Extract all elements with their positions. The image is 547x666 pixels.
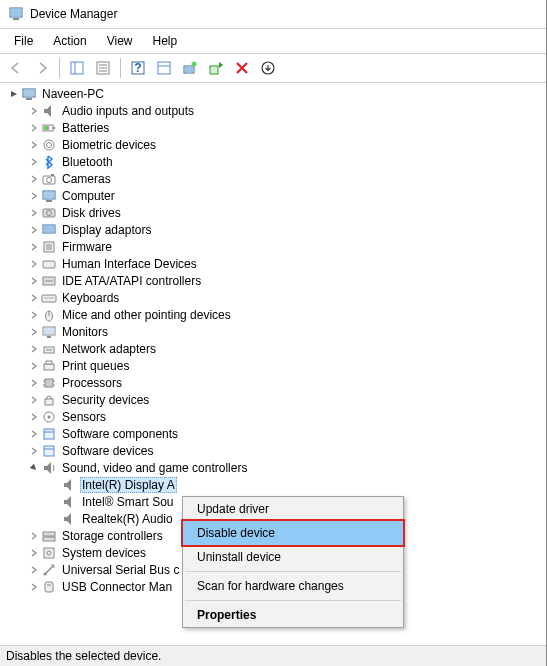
tree-category[interactable]: Software components (0, 425, 546, 442)
tree-category-label: Human Interface Devices (60, 256, 199, 272)
tree-category-sound[interactable]: Sound, video and game controllers (0, 459, 546, 476)
tree-root[interactable]: Naveen-PC (0, 85, 546, 102)
expand-arrow-icon[interactable] (28, 377, 40, 389)
ctx-update-driver[interactable]: Update driver (183, 497, 403, 521)
expand-arrow-icon[interactable] (28, 207, 40, 219)
update-driver-button[interactable] (204, 56, 228, 80)
expand-arrow-icon[interactable] (28, 156, 40, 168)
collapse-arrow-icon[interactable] (28, 462, 40, 474)
expand-arrow-icon[interactable] (28, 411, 40, 423)
tree-device-selected[interactable]: Intel(R) Display A (0, 476, 546, 493)
expand-arrow-icon[interactable] (28, 224, 40, 236)
show-hide-tree-button[interactable] (65, 56, 89, 80)
expand-arrow-icon[interactable] (28, 122, 40, 134)
tree-category[interactable]: Biometric devices (0, 136, 546, 153)
tree-category-label: Display adaptors (60, 222, 153, 238)
expand-arrow-icon[interactable] (28, 190, 40, 202)
sound-icon (41, 460, 57, 476)
uninstall-button[interactable] (256, 56, 280, 80)
menu-file[interactable]: File (4, 31, 43, 51)
computer-icon (21, 86, 37, 102)
expand-arrow-icon[interactable] (28, 309, 40, 321)
ctx-properties[interactable]: Properties (183, 603, 403, 627)
back-button[interactable] (4, 56, 28, 80)
svg-rect-1 (11, 9, 21, 16)
tree-category[interactable]: Keyboards (0, 289, 546, 306)
svg-rect-65 (43, 537, 55, 541)
tree-category[interactable]: Security devices (0, 391, 546, 408)
expand-arrow-icon[interactable] (28, 241, 40, 253)
tree-category[interactable]: Print queues (0, 357, 546, 374)
tree-category-label: System devices (60, 545, 148, 561)
expand-arrow-icon[interactable] (28, 394, 40, 406)
tree-category[interactable]: Processors (0, 374, 546, 391)
expand-arrow-icon[interactable] (28, 258, 40, 270)
expand-arrow-icon[interactable] (28, 173, 40, 185)
tree-category[interactable]: Network adapters (0, 340, 546, 357)
disk-icon (41, 205, 57, 221)
menu-action[interactable]: Action (43, 31, 96, 51)
tree-category[interactable]: Computer (0, 187, 546, 204)
svg-rect-35 (44, 226, 54, 232)
usbconn-icon (41, 579, 57, 595)
action-button[interactable] (152, 56, 176, 80)
expand-arrow-icon[interactable] (28, 360, 40, 372)
expand-arrow-icon[interactable] (28, 445, 40, 457)
tree-category[interactable]: Bluetooth (0, 153, 546, 170)
tree-category-label: Cameras (60, 171, 113, 187)
expand-arrow-icon[interactable] (28, 275, 40, 287)
device-tree[interactable]: Naveen-PC Audio inputs and outputsBatter… (0, 83, 546, 645)
expand-arrow-icon[interactable] (28, 547, 40, 559)
tree-category[interactable]: Monitors (0, 323, 546, 340)
expand-arrow-icon[interactable] (28, 292, 40, 304)
expand-arrow-icon[interactable] (28, 530, 40, 542)
tree-category[interactable]: IDE ATA/ATAPI controllers (0, 272, 546, 289)
expand-arrow-icon[interactable] (28, 428, 40, 440)
context-menu: Update driver Disable device Uninstall d… (182, 496, 404, 628)
properties-button[interactable] (91, 56, 115, 80)
svg-line-69 (45, 566, 53, 574)
tree-category-label: Keyboards (60, 290, 121, 306)
expand-arrow-icon[interactable] (8, 88, 20, 100)
menubar: File Action View Help (0, 29, 546, 54)
tree-category[interactable]: Batteries (0, 119, 546, 136)
tree-category[interactable]: Disk drives (0, 204, 546, 221)
svg-rect-3 (71, 62, 83, 74)
expand-arrow-icon[interactable] (28, 343, 40, 355)
tree-category[interactable]: Sensors (0, 408, 546, 425)
svg-rect-66 (44, 548, 54, 558)
tree-category[interactable]: Display adaptors (0, 221, 546, 238)
disable-button[interactable] (230, 56, 254, 80)
expand-arrow-icon[interactable] (28, 581, 40, 593)
expand-arrow-icon[interactable] (28, 326, 40, 338)
tree-category[interactable]: Firmware (0, 238, 546, 255)
scan-button[interactable] (178, 56, 202, 80)
help-button[interactable]: ? (126, 56, 150, 80)
svg-text:?: ? (134, 61, 141, 75)
tree-category-label: Sensors (60, 409, 108, 425)
tree-category-label: Mice and other pointing devices (60, 307, 233, 323)
tree-category[interactable]: Software devices (0, 442, 546, 459)
menu-help[interactable]: Help (143, 31, 188, 51)
arrow-right-icon (34, 60, 50, 76)
ctx-uninstall-device[interactable]: Uninstall device (183, 545, 403, 569)
tree-category[interactable]: Mice and other pointing devices (0, 306, 546, 323)
security-icon (41, 392, 57, 408)
expand-arrow-icon[interactable] (28, 105, 40, 117)
tree-category-label: Audio inputs and outputs (60, 103, 196, 119)
tree-category[interactable]: Audio inputs and outputs (0, 102, 546, 119)
tree-category-label: Network adapters (60, 341, 158, 357)
expand-arrow-icon[interactable] (28, 564, 40, 576)
tree-category[interactable]: Cameras (0, 170, 546, 187)
svg-rect-57 (45, 399, 53, 405)
menu-view[interactable]: View (97, 31, 143, 51)
svg-rect-70 (45, 582, 53, 592)
devmgr-icon (8, 6, 24, 22)
tree-category[interactable]: Human Interface Devices (0, 255, 546, 272)
forward-button[interactable] (30, 56, 54, 80)
svg-rect-50 (44, 364, 54, 370)
firmware-icon (41, 239, 57, 255)
ctx-disable-device[interactable]: Disable device (181, 519, 405, 547)
expand-arrow-icon[interactable] (28, 139, 40, 151)
ctx-scan-hardware[interactable]: Scan for hardware changes (183, 574, 403, 598)
